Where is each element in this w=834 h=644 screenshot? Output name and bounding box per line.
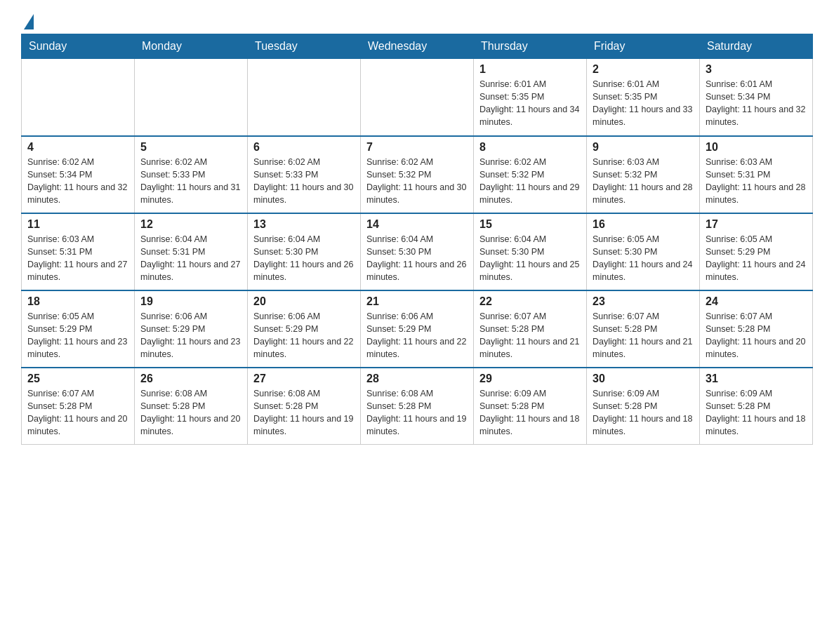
calendar-cell: 18Sunrise: 6:05 AM Sunset: 5:29 PM Dayli… [22,290,135,368]
day-number: 24 [706,295,807,308]
calendar-cell [22,59,135,136]
day-info: Sunrise: 6:08 AM Sunset: 5:28 PM Dayligh… [253,387,355,438]
calendar-cell: 1Sunrise: 6:01 AM Sunset: 5:35 PM Daylig… [474,59,587,136]
day-info: Sunrise: 6:05 AM Sunset: 5:30 PM Dayligh… [593,233,694,284]
logo [21,14,34,27]
calendar-cell: 17Sunrise: 6:05 AM Sunset: 5:29 PM Dayli… [700,213,813,290]
calendar-cell [361,59,474,136]
day-number: 10 [706,141,807,154]
day-info: Sunrise: 6:02 AM Sunset: 5:32 PM Dayligh… [366,156,468,207]
weekday-header-tuesday: Tuesday [248,34,361,59]
calendar-cell: 26Sunrise: 6:08 AM Sunset: 5:28 PM Dayli… [135,368,248,445]
day-info: Sunrise: 6:03 AM Sunset: 5:31 PM Dayligh… [27,233,128,284]
calendar-cell: 23Sunrise: 6:07 AM Sunset: 5:28 PM Dayli… [587,290,700,368]
calendar-cell: 24Sunrise: 6:07 AM Sunset: 5:28 PM Dayli… [700,290,813,368]
calendar-cell: 5Sunrise: 6:02 AM Sunset: 5:33 PM Daylig… [135,136,248,213]
week-row-5: 25Sunrise: 6:07 AM Sunset: 5:28 PM Dayli… [22,368,813,445]
day-info: Sunrise: 6:01 AM Sunset: 5:35 PM Dayligh… [593,78,694,129]
calendar-cell: 10Sunrise: 6:03 AM Sunset: 5:31 PM Dayli… [700,136,813,213]
day-number: 21 [366,295,468,308]
weekday-header-sunday: Sunday [22,34,135,59]
week-row-1: 1Sunrise: 6:01 AM Sunset: 5:35 PM Daylig… [22,59,813,136]
weekday-header-thursday: Thursday [474,34,587,59]
day-info: Sunrise: 6:02 AM Sunset: 5:34 PM Dayligh… [27,156,128,207]
day-number: 7 [366,141,468,154]
day-number: 30 [593,373,694,385]
weekday-header-wednesday: Wednesday [361,34,474,59]
calendar-cell: 31Sunrise: 6:09 AM Sunset: 5:28 PM Dayli… [700,368,813,445]
day-info: Sunrise: 6:04 AM Sunset: 5:30 PM Dayligh… [479,233,581,284]
day-info: Sunrise: 6:01 AM Sunset: 5:35 PM Dayligh… [479,78,581,129]
day-number: 20 [253,295,355,308]
day-number: 15 [479,218,581,231]
day-number: 16 [593,218,694,231]
weekday-header-monday: Monday [135,34,248,59]
day-info: Sunrise: 6:05 AM Sunset: 5:29 PM Dayligh… [706,233,807,284]
day-number: 8 [479,141,581,154]
calendar-cell: 27Sunrise: 6:08 AM Sunset: 5:28 PM Dayli… [248,368,361,445]
day-number: 23 [593,295,694,308]
day-number: 29 [479,373,581,385]
day-number: 5 [140,141,241,154]
day-info: Sunrise: 6:02 AM Sunset: 5:32 PM Dayligh… [479,156,581,207]
day-info: Sunrise: 6:03 AM Sunset: 5:31 PM Dayligh… [706,156,807,207]
logo-triangle-icon [24,14,34,29]
day-info: Sunrise: 6:09 AM Sunset: 5:28 PM Dayligh… [706,387,807,438]
calendar-cell [248,59,361,136]
calendar-cell: 30Sunrise: 6:09 AM Sunset: 5:28 PM Dayli… [587,368,700,445]
day-info: Sunrise: 6:06 AM Sunset: 5:29 PM Dayligh… [253,310,355,361]
weekday-header-friday: Friday [587,34,700,59]
day-info: Sunrise: 6:07 AM Sunset: 5:28 PM Dayligh… [27,387,128,438]
calendar-cell: 12Sunrise: 6:04 AM Sunset: 5:31 PM Dayli… [135,213,248,290]
calendar-cell: 25Sunrise: 6:07 AM Sunset: 5:28 PM Dayli… [22,368,135,445]
day-number: 26 [140,373,241,385]
calendar-cell: 28Sunrise: 6:08 AM Sunset: 5:28 PM Dayli… [361,368,474,445]
day-info: Sunrise: 6:08 AM Sunset: 5:28 PM Dayligh… [140,387,241,438]
day-info: Sunrise: 6:07 AM Sunset: 5:28 PM Dayligh… [706,310,807,361]
day-number: 28 [366,373,468,385]
calendar-cell: 9Sunrise: 6:03 AM Sunset: 5:32 PM Daylig… [587,136,700,213]
day-info: Sunrise: 6:06 AM Sunset: 5:29 PM Dayligh… [140,310,241,361]
week-row-4: 18Sunrise: 6:05 AM Sunset: 5:29 PM Dayli… [22,290,813,368]
calendar-cell: 8Sunrise: 6:02 AM Sunset: 5:32 PM Daylig… [474,136,587,213]
week-row-2: 4Sunrise: 6:02 AM Sunset: 5:34 PM Daylig… [22,136,813,213]
day-number: 27 [253,373,355,385]
day-info: Sunrise: 6:09 AM Sunset: 5:28 PM Dayligh… [479,387,581,438]
calendar-cell: 19Sunrise: 6:06 AM Sunset: 5:29 PM Dayli… [135,290,248,368]
day-info: Sunrise: 6:07 AM Sunset: 5:28 PM Dayligh… [593,310,694,361]
calendar-cell: 11Sunrise: 6:03 AM Sunset: 5:31 PM Dayli… [22,213,135,290]
calendar-cell: 15Sunrise: 6:04 AM Sunset: 5:30 PM Dayli… [474,213,587,290]
calendar-cell: 14Sunrise: 6:04 AM Sunset: 5:30 PM Dayli… [361,213,474,290]
day-info: Sunrise: 6:08 AM Sunset: 5:28 PM Dayligh… [366,387,468,438]
calendar-cell: 6Sunrise: 6:02 AM Sunset: 5:33 PM Daylig… [248,136,361,213]
day-number: 6 [253,141,355,154]
calendar-cell: 13Sunrise: 6:04 AM Sunset: 5:30 PM Dayli… [248,213,361,290]
calendar-cell: 29Sunrise: 6:09 AM Sunset: 5:28 PM Dayli… [474,368,587,445]
day-info: Sunrise: 6:09 AM Sunset: 5:28 PM Dayligh… [593,387,694,438]
day-info: Sunrise: 6:03 AM Sunset: 5:32 PM Dayligh… [593,156,694,207]
calendar-cell: 21Sunrise: 6:06 AM Sunset: 5:29 PM Dayli… [361,290,474,368]
day-info: Sunrise: 6:04 AM Sunset: 5:30 PM Dayligh… [253,233,355,284]
day-number: 11 [27,218,128,231]
day-number: 12 [140,218,241,231]
week-row-3: 11Sunrise: 6:03 AM Sunset: 5:31 PM Dayli… [22,213,813,290]
calendar-cell: 3Sunrise: 6:01 AM Sunset: 5:34 PM Daylig… [700,59,813,136]
day-number: 9 [593,141,694,154]
calendar-cell: 4Sunrise: 6:02 AM Sunset: 5:34 PM Daylig… [22,136,135,213]
weekday-header-saturday: Saturday [700,34,813,59]
day-info: Sunrise: 6:05 AM Sunset: 5:29 PM Dayligh… [27,310,128,361]
day-info: Sunrise: 6:07 AM Sunset: 5:28 PM Dayligh… [479,310,581,361]
day-info: Sunrise: 6:04 AM Sunset: 5:30 PM Dayligh… [366,233,468,284]
day-number: 17 [706,218,807,231]
day-info: Sunrise: 6:06 AM Sunset: 5:29 PM Dayligh… [366,310,468,361]
day-number: 13 [253,218,355,231]
calendar-table: SundayMondayTuesdayWednesdayThursdayFrid… [21,34,813,445]
calendar-cell: 7Sunrise: 6:02 AM Sunset: 5:32 PM Daylig… [361,136,474,213]
calendar-cell: 16Sunrise: 6:05 AM Sunset: 5:30 PM Dayli… [587,213,700,290]
day-number: 14 [366,218,468,231]
calendar-cell: 22Sunrise: 6:07 AM Sunset: 5:28 PM Dayli… [474,290,587,368]
day-number: 22 [479,295,581,308]
day-info: Sunrise: 6:02 AM Sunset: 5:33 PM Dayligh… [140,156,241,207]
day-number: 18 [27,295,128,308]
day-number: 4 [27,141,128,154]
